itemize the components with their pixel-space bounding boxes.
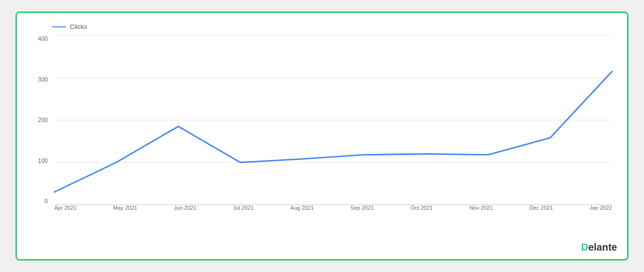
branding: Delante bbox=[581, 242, 617, 253]
x-axis-label: Dec 2021 bbox=[529, 205, 553, 225]
y-axis-label: 400 bbox=[38, 35, 48, 42]
y-axis-label: 300 bbox=[38, 76, 48, 83]
chart-area: 4003002001000 Apr 2021May 2021Jun 2021Ju… bbox=[27, 35, 612, 225]
y-axis-label: 200 bbox=[38, 117, 48, 124]
x-axis-label: Oct 2021 bbox=[411, 205, 433, 225]
line-chart-svg bbox=[54, 35, 612, 205]
y-axis-label: 0 bbox=[44, 198, 48, 205]
x-axis-label: Jan 2022 bbox=[590, 205, 612, 225]
legend-line-icon bbox=[52, 26, 66, 27]
chart-container: Clicks 4003002001000 Apr 2021May 2021Jun… bbox=[15, 11, 629, 261]
y-axis-label: 100 bbox=[38, 157, 48, 164]
x-axis-label: Sep 2021 bbox=[350, 205, 374, 225]
x-axis-label: Aug 2021 bbox=[291, 205, 314, 225]
legend-label: Clicks bbox=[70, 23, 87, 30]
x-axis-label: Jun 2021 bbox=[174, 205, 196, 225]
x-axis: Apr 2021May 2021Jun 2021Jul 2021Aug 2021… bbox=[54, 205, 612, 225]
plot-area bbox=[54, 35, 612, 205]
branding-d: D bbox=[581, 242, 588, 253]
x-axis-label: Nov 2021 bbox=[470, 205, 493, 225]
chart-legend: Clicks bbox=[52, 23, 612, 30]
x-axis-label: Jul 2021 bbox=[233, 205, 254, 225]
branding-rest: elante bbox=[588, 242, 617, 253]
x-axis-label: Apr 2021 bbox=[54, 205, 77, 225]
x-axis-label: May 2021 bbox=[113, 205, 137, 225]
y-axis: 4003002001000 bbox=[27, 35, 52, 205]
